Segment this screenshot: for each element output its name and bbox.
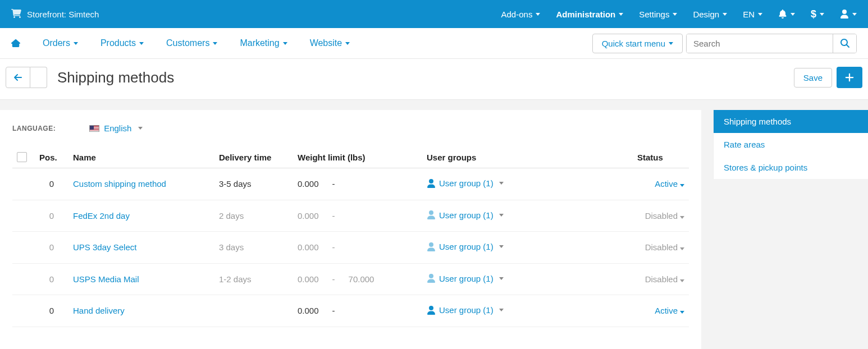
storefront-link[interactable]: Storefront: Simtech <box>27 10 99 19</box>
col-status[interactable]: Status <box>633 146 689 168</box>
nav-bar: Orders Products Customers Marketing Webs… <box>0 28 868 59</box>
language-selector[interactable]: English <box>89 123 143 133</box>
save-button[interactable]: Save <box>794 68 832 88</box>
delivery-time: 3-5 days <box>214 168 293 200</box>
delivery-time <box>214 295 293 327</box>
status-selector[interactable]: Active <box>655 306 684 315</box>
title-actions: Save <box>794 67 862 88</box>
delivery-time: 3 days <box>214 232 293 264</box>
weight-limit: 0.000- <box>293 168 422 200</box>
sidebar-item[interactable]: Stores & pickup points <box>714 156 868 179</box>
weight-limit: 0.000- <box>293 200 422 232</box>
shipping-method-link[interactable]: UPS 3day Select <box>73 242 136 252</box>
shipping-method-link[interactable]: Hand delivery <box>73 306 125 315</box>
caret-down-icon <box>791 13 795 16</box>
table-row: 0Hand delivery0.000-User group (1)Active <box>12 295 689 327</box>
user-group-selector[interactable]: User group (1) <box>427 274 504 283</box>
topbar-left: Storefront: Simtech <box>11 8 99 20</box>
back-dropdown[interactable] <box>30 67 47 88</box>
user-group-selector[interactable]: User group (1) <box>427 178 504 188</box>
language-row: LANGUAGE: English <box>12 123 689 133</box>
side-panel: Shipping methodsRate areasStores & picku… <box>714 110 868 179</box>
select-all-checkbox[interactable] <box>17 152 27 162</box>
status-selector[interactable]: Active <box>655 179 684 189</box>
delivery-time: 2 days <box>214 200 293 232</box>
nav-website[interactable]: Website <box>310 38 350 48</box>
table-row: 0Custom shipping method3-5 days0.000-Use… <box>12 168 689 200</box>
pos-cell[interactable]: 0 <box>35 263 68 295</box>
user-menu[interactable] <box>840 10 857 19</box>
cart-icon <box>11 8 21 20</box>
weight-limit: 0.000-70.000 <box>293 263 422 295</box>
back-button[interactable] <box>6 67 30 88</box>
nav-orders[interactable]: Orders <box>43 38 78 48</box>
sidebar-item[interactable]: Rate areas <box>714 133 868 156</box>
user-group-selector[interactable]: User group (1) <box>427 242 504 251</box>
caret-down-icon <box>345 42 350 45</box>
caret-down-icon <box>138 127 143 130</box>
status-selector[interactable]: Disabled <box>645 211 684 221</box>
caret-down-icon <box>536 13 540 16</box>
caret-down-icon <box>820 13 824 16</box>
caret-down-icon <box>723 13 727 16</box>
shipping-methods-table: Pos. Name Delivery time Weight limit (lb… <box>12 146 689 327</box>
main-panel: LANGUAGE: English Pos. Name Delivery t <box>0 110 701 349</box>
quick-start-menu[interactable]: Quick start menu <box>592 34 683 53</box>
add-button[interactable] <box>837 67 862 88</box>
status-selector[interactable]: Disabled <box>645 242 684 252</box>
shipping-method-link[interactable]: Custom shipping method <box>73 179 166 189</box>
nav-customers[interactable]: Customers <box>166 38 217 48</box>
title-bar: Shipping methods Save <box>0 59 868 100</box>
shipping-method-link[interactable]: USPS Media Mail <box>73 274 139 284</box>
user-group-selector[interactable]: User group (1) <box>427 210 504 220</box>
col-usergroups[interactable]: User groups <box>422 146 633 168</box>
caret-down-icon <box>213 42 217 45</box>
table-row: 0USPS Media Mail1-2 days0.000-70.000User… <box>12 263 689 295</box>
menu-addons[interactable]: Add-ons <box>501 10 541 19</box>
content-wrap: LANGUAGE: English Pos. Name Delivery t <box>0 110 868 349</box>
nav-marketing[interactable]: Marketing <box>240 38 287 48</box>
sidebar-item[interactable]: Shipping methods <box>714 110 868 133</box>
weight-limit: 0.000- <box>293 295 422 327</box>
weight-limit: 0.000- <box>293 232 422 264</box>
caret-down-icon <box>619 13 623 16</box>
search-input[interactable] <box>687 34 833 53</box>
col-pos[interactable]: Pos. <box>35 146 68 168</box>
table-row: 0FedEx 2nd day2 days0.000-User group (1)… <box>12 200 689 232</box>
pos-cell[interactable]: 0 <box>35 295 68 327</box>
nav-products[interactable]: Products <box>100 38 144 48</box>
status-selector[interactable]: Disabled <box>645 274 684 284</box>
pos-cell[interactable]: 0 <box>35 200 68 232</box>
table-row: 0UPS 3day Select3 days0.000-User group (… <box>12 232 689 264</box>
home-icon[interactable] <box>11 39 20 48</box>
col-name[interactable]: Name <box>68 146 214 168</box>
menu-settings[interactable]: Settings <box>639 10 677 19</box>
col-select <box>12 146 35 168</box>
caret-down-icon <box>669 42 673 45</box>
delivery-time: 1-2 days <box>214 263 293 295</box>
caret-down-icon <box>673 13 677 16</box>
top-bar: Storefront: Simtech Add-ons Administrati… <box>0 0 868 28</box>
shipping-method-link[interactable]: FedEx 2nd day <box>73 211 130 221</box>
menu-administration[interactable]: Administration <box>556 10 623 19</box>
user-group-selector[interactable]: User group (1) <box>427 305 504 315</box>
menu-design[interactable]: Design <box>693 10 727 19</box>
page-title: Shipping methods <box>57 69 794 86</box>
flag-us-icon <box>89 125 99 132</box>
menu-language[interactable]: EN <box>743 10 762 19</box>
topbar-right: Add-ons Administration Settings Design E… <box>501 8 857 20</box>
back-button-group <box>6 67 47 88</box>
search-button[interactable] <box>833 34 856 53</box>
notifications-icon[interactable] <box>778 10 795 19</box>
search-group <box>686 34 857 53</box>
pos-cell[interactable]: 0 <box>35 232 68 264</box>
col-weight[interactable]: Weight limit (lbs) <box>293 146 422 168</box>
caret-down-icon <box>758 13 762 16</box>
currency-menu[interactable]: $ <box>811 8 824 20</box>
nav-left: Orders Products Customers Marketing Webs… <box>11 38 350 48</box>
language-label: LANGUAGE: <box>12 125 56 132</box>
pos-cell[interactable]: 0 <box>35 168 68 200</box>
col-delivery[interactable]: Delivery time <box>214 146 293 168</box>
caret-down-icon <box>74 42 78 45</box>
caret-down-icon <box>139 42 144 45</box>
